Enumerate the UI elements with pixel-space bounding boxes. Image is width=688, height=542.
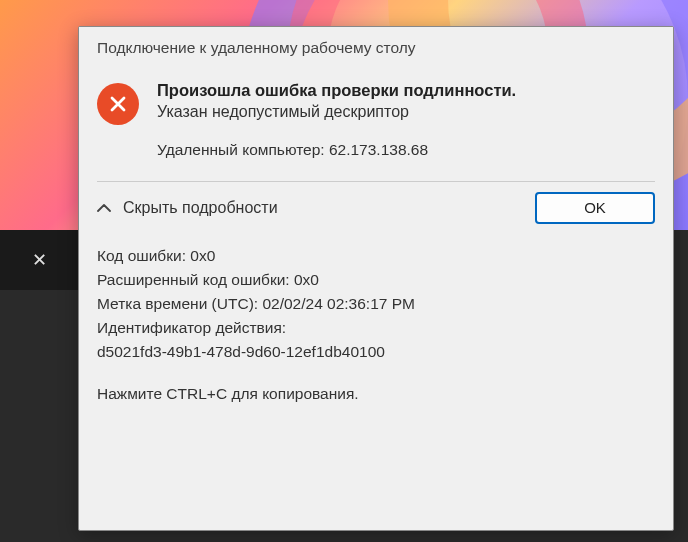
error-icon (97, 83, 139, 125)
dialog-main-content: Произошла ошибка проверки подлинности. У… (79, 67, 673, 167)
close-icon: ✕ (32, 249, 47, 271)
dialog-title: Подключение к удаленному рабочему столу (79, 27, 673, 67)
details-row: Скрыть подробности OK (79, 182, 673, 236)
error-message-line1: Произошла ошибка проверки подлинности. (157, 79, 655, 101)
activity-id-label-row: Идентификатор действия: (97, 316, 655, 340)
details-panel: Код ошибки: 0x0 Расширенный код ошибки: … (79, 236, 673, 424)
rdp-error-dialog: Подключение к удаленному рабочему столу … (78, 26, 674, 531)
chevron-up-icon (97, 201, 111, 215)
activity-id-value-row: d5021fd3-49b1-478d-9d60-12ef1db40100 (97, 340, 655, 364)
error-code-row: Код ошибки: 0x0 (97, 244, 655, 268)
ok-button[interactable]: OK (535, 192, 655, 224)
timestamp-row: Метка времени (UTC): 02/02/24 02:36:17 P… (97, 292, 655, 316)
details-toggle[interactable]: Скрыть подробности (97, 199, 278, 217)
taskbar-close-area[interactable]: ✕ (0, 230, 78, 290)
details-toggle-label: Скрыть подробности (123, 199, 278, 217)
remote-computer-line: Удаленный компьютер: 62.173.138.68 (157, 141, 655, 159)
remote-computer-label: Удаленный компьютер: (157, 141, 329, 158)
error-message-column: Произошла ошибка проверки подлинности. У… (157, 79, 655, 159)
ext-error-code-row: Расширенный код ошибки: 0x0 (97, 268, 655, 292)
copy-hint: Нажмите CTRL+C для копирования. (97, 382, 655, 406)
remote-computer-value: 62.173.138.68 (329, 141, 428, 158)
error-message-line2: Указан недопустимый дескриптор (157, 101, 655, 123)
